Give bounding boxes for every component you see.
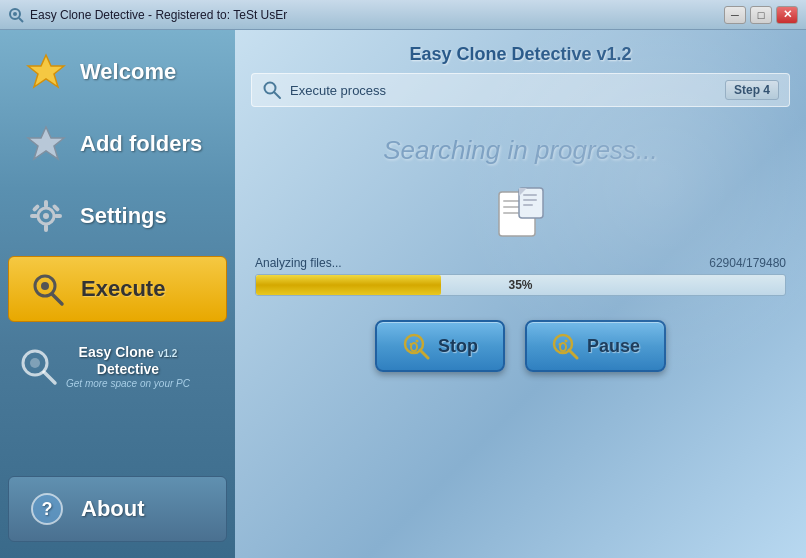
stop-label: Stop (438, 336, 478, 357)
file-count: 62904/179480 (709, 256, 786, 270)
settings-icon (24, 194, 68, 238)
svg-line-22 (274, 92, 280, 98)
maximize-button[interactable]: □ (750, 6, 772, 24)
app-container: Welcome Add folders (0, 30, 806, 558)
progress-container: 35% (255, 274, 786, 296)
svg-point-2 (13, 12, 17, 16)
logo-tagline: Get more space on your PC (66, 378, 190, 389)
logo-text: Easy Clone v1.2 Detective Get more space… (66, 344, 190, 389)
welcome-icon (24, 50, 68, 94)
content-header: Easy Clone Detective v1.2 (235, 30, 806, 73)
app-icon (8, 7, 24, 23)
searching-text: Searching in progress... (235, 135, 806, 166)
pause-label: Pause (587, 336, 640, 357)
svg-line-1 (19, 18, 23, 22)
svg-rect-30 (523, 204, 533, 206)
svg-rect-26 (503, 212, 519, 214)
add-folders-icon (24, 122, 68, 166)
svg-rect-29 (523, 199, 537, 201)
svg-line-35 (410, 343, 411, 345)
step-search-icon (262, 80, 282, 100)
action-buttons: Stop Pause (235, 320, 806, 372)
svg-rect-28 (523, 194, 537, 196)
sidebar-item-welcome-label: Welcome (80, 59, 176, 85)
svg-point-39 (560, 343, 566, 351)
file-processing-icon (491, 186, 551, 246)
sidebar-item-execute[interactable]: Execute (8, 256, 227, 322)
sidebar-item-welcome[interactable]: Welcome (8, 40, 227, 104)
analyzing-label: Analyzing files... (255, 256, 342, 270)
title-bar-text: Easy Clone Detective - Registered to: Te… (30, 8, 287, 22)
svg-line-38 (569, 350, 577, 358)
svg-rect-8 (44, 224, 48, 232)
logo-main-text: Easy Clone v1.2 Detective (66, 344, 190, 378)
sidebar-item-about[interactable]: ? About (8, 476, 227, 542)
stop-key-icon (402, 332, 430, 360)
svg-line-40 (559, 343, 560, 345)
sidebar: Welcome Add folders (0, 30, 235, 558)
sidebar-item-settings-label: Settings (80, 203, 167, 229)
svg-line-14 (52, 294, 62, 304)
svg-rect-9 (30, 214, 38, 218)
title-bar-controls: ─ □ ✕ (724, 6, 798, 24)
svg-marker-3 (28, 55, 64, 87)
file-icon-area (235, 186, 806, 246)
sidebar-item-add-folders-label: Add folders (80, 131, 202, 157)
svg-rect-27 (519, 188, 543, 218)
sidebar-item-settings[interactable]: Settings (8, 184, 227, 248)
svg-rect-10 (54, 214, 62, 218)
close-button[interactable]: ✕ (776, 6, 798, 24)
minimize-button[interactable]: ─ (724, 6, 746, 24)
svg-point-6 (43, 213, 49, 219)
svg-line-17 (44, 372, 55, 383)
svg-point-41 (564, 340, 567, 343)
pause-button[interactable]: Pause (525, 320, 666, 372)
svg-text:?: ? (42, 499, 53, 519)
svg-point-36 (415, 340, 418, 343)
logo-icon (18, 346, 58, 386)
sidebar-item-execute-label: Execute (81, 276, 165, 302)
stop-button[interactable]: Stop (375, 320, 505, 372)
step-label: Execute process (290, 83, 725, 98)
svg-point-15 (41, 282, 49, 290)
svg-line-33 (420, 350, 428, 358)
title-bar: Easy Clone Detective - Registered to: Te… (0, 0, 806, 30)
svg-point-18 (30, 358, 40, 368)
about-icon: ? (25, 487, 69, 531)
pause-key-icon (551, 332, 579, 360)
step-badge: Step 4 (725, 80, 779, 100)
svg-point-34 (411, 343, 417, 351)
sidebar-item-add-folders[interactable]: Add folders (8, 112, 227, 176)
logo-area: Easy Clone v1.2 Detective Get more space… (10, 336, 225, 397)
step-bar: Execute process Step 4 (251, 73, 790, 107)
progress-text: 35% (256, 278, 785, 292)
svg-marker-4 (28, 127, 64, 159)
main-content: Easy Clone Detective v1.2 Execute proces… (235, 30, 806, 558)
execute-icon (25, 267, 69, 311)
sidebar-item-about-label: About (81, 496, 145, 522)
analyzing-row: Analyzing files... 62904/179480 (235, 256, 806, 270)
svg-rect-7 (44, 200, 48, 208)
title-bar-left: Easy Clone Detective - Registered to: Te… (8, 7, 287, 23)
